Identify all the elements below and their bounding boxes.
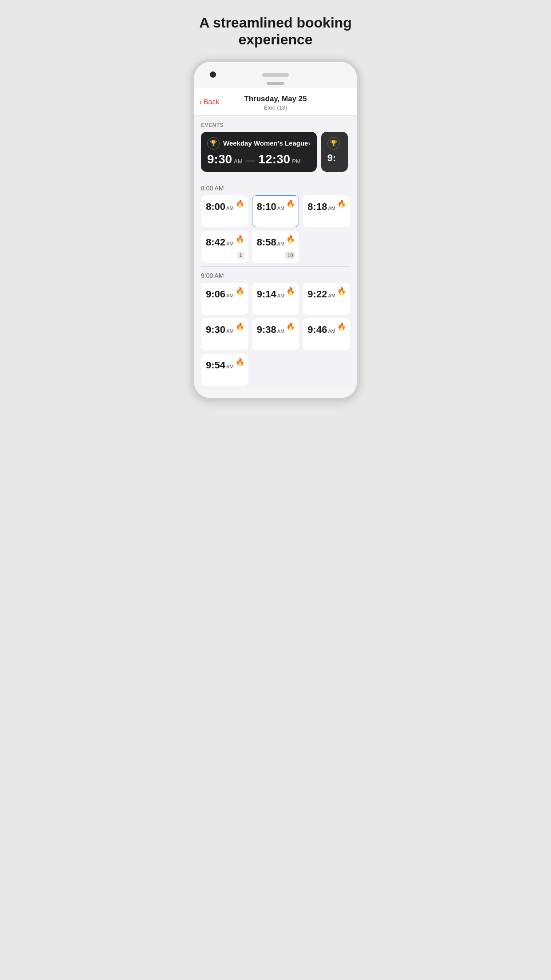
flame-icon: 🔥 xyxy=(337,199,346,208)
time-slot-selected[interactable]: 🔥 8:10AM xyxy=(252,195,299,227)
time-section-label-8am: 8:00 AM xyxy=(194,179,357,195)
app-header: ‹ Back Thrusday, May 25 Blue (18) xyxy=(194,88,357,116)
slot-ampm: AM xyxy=(226,241,234,246)
slot-time: 8:42 xyxy=(206,237,225,248)
event-name: Weekday Women's League xyxy=(223,139,308,147)
slot-ampm: AM xyxy=(277,293,285,298)
slot-time: 9:30 xyxy=(206,324,225,335)
speaker-icon xyxy=(262,73,289,77)
phone-bottom xyxy=(194,389,357,398)
slot-ampm: AM xyxy=(226,205,234,211)
trophy-icon: 🏆 xyxy=(207,137,220,150)
back-label: Back xyxy=(204,98,220,106)
event-time-dash: — xyxy=(246,155,255,166)
slot-ampm: AM xyxy=(328,205,335,211)
time-slot[interactable]: 🔥 9:46AM xyxy=(303,318,350,350)
event-start-time: 9:30 xyxy=(207,152,232,166)
trophy-icon-partial: 🏆 xyxy=(327,137,340,150)
time-section-label-9am: 9:00 AM xyxy=(194,267,357,283)
slot-ampm: AM xyxy=(277,328,285,334)
flame-icon: 🔥 xyxy=(236,235,244,243)
phone-frame: ‹ Back Thrusday, May 25 Blue (18) EVENTS… xyxy=(191,59,360,401)
time-slot[interactable]: 🔥 8:58AM 10 xyxy=(252,231,299,263)
time-slot[interactable]: 🔥 8:18AM xyxy=(303,195,350,227)
events-section-label: EVENTS xyxy=(194,116,357,132)
event-end-time: 12:30 xyxy=(259,152,291,166)
title-line1: A streamlined booking xyxy=(199,15,352,31)
flame-icon: 🔥 xyxy=(286,287,295,295)
time-section-8am: 8:00 AM 🔥 8:00AM 🔥 8:10AM xyxy=(194,179,357,266)
flame-icon: 🔥 xyxy=(236,287,244,295)
slot-ampm: AM xyxy=(226,293,234,298)
header-subtitle: Blue (18) xyxy=(201,104,350,111)
time-slot[interactable]: 🔥 9:38AM xyxy=(252,318,299,350)
power-button xyxy=(359,115,360,142)
event-card-partial[interactable]: 🏆 9: xyxy=(321,132,348,172)
flame-icon: 🔥 xyxy=(236,358,244,366)
slot-ampm: AM xyxy=(328,328,335,334)
volume-down-button xyxy=(191,126,192,140)
event-start-ampm: AM xyxy=(234,158,243,165)
flame-icon: 🔥 xyxy=(236,199,244,208)
slot-badge: 10 xyxy=(285,252,295,259)
slot-time: 9:06 xyxy=(206,288,225,300)
chevron-right-icon: › xyxy=(308,139,310,147)
slot-time: 9:54 xyxy=(206,360,225,371)
slot-time: 8:00 xyxy=(206,201,225,212)
slot-time: 8:10 xyxy=(257,201,276,212)
flame-icon: 🔥 xyxy=(286,199,295,208)
time-slot[interactable]: 🔥 9:22AM xyxy=(303,283,350,315)
time-slot[interactable]: 🔥 9:14AM xyxy=(252,283,299,315)
flame-icon: 🔥 xyxy=(337,287,346,295)
phone-top xyxy=(194,62,357,88)
event-card[interactable]: 🏆 Weekday Women's League › 9:30 AM — 12:… xyxy=(201,132,317,172)
slot-time: 9:46 xyxy=(307,324,327,335)
time-slot[interactable]: 🔥 8:42AM 1 xyxy=(201,231,248,263)
home-indicator xyxy=(267,82,284,85)
page-title-block: A streamlined booking experience xyxy=(189,0,362,59)
slots-grid-9am: 🔥 9:06AM 🔥 9:14AM 🔥 9:22AM xyxy=(194,283,357,389)
time-slot[interactable]: 🔥 9:30AM xyxy=(201,318,248,350)
slot-ampm: AM xyxy=(277,241,285,246)
time-slot[interactable]: 🔥 9:54AM xyxy=(201,354,248,386)
flame-icon: 🔥 xyxy=(236,322,244,331)
slot-badge: 1 xyxy=(237,252,244,259)
event-partial-time: 9: xyxy=(327,152,336,164)
flame-icon: 🔥 xyxy=(286,235,295,243)
slot-time: 9:38 xyxy=(257,324,276,335)
slot-ampm: AM xyxy=(277,205,285,211)
volume-up-button xyxy=(191,106,192,120)
camera-icon xyxy=(210,71,216,78)
slot-ampm: AM xyxy=(226,364,234,369)
time-slot[interactable]: 🔥 8:00AM xyxy=(201,195,248,227)
slot-time: 9:22 xyxy=(307,288,327,300)
back-chevron-icon: ‹ xyxy=(199,97,202,107)
flame-icon: 🔥 xyxy=(286,322,295,331)
time-slot[interactable]: 🔥 9:06AM xyxy=(201,283,248,315)
slot-ampm: AM xyxy=(226,328,234,334)
events-scroll: 🏆 Weekday Women's League › 9:30 AM — 12:… xyxy=(194,132,357,179)
slots-grid-8am: 🔥 8:00AM 🔥 8:10AM 🔥 8:18AM xyxy=(194,195,357,266)
slot-time: 8:18 xyxy=(307,201,327,212)
slot-ampm: AM xyxy=(328,293,335,298)
header-title: Thrusday, May 25 xyxy=(201,95,350,103)
slot-time: 9:14 xyxy=(257,288,276,300)
title-line2: experience xyxy=(238,32,312,47)
time-section-9am: 9:00 AM 🔥 9:06AM 🔥 9:14AM xyxy=(194,267,357,389)
event-end-ampm: PM xyxy=(292,158,301,165)
back-button[interactable]: ‹ Back xyxy=(199,97,219,107)
flame-icon: 🔥 xyxy=(337,322,346,331)
slot-time: 8:58 xyxy=(257,237,276,248)
app-screen: ‹ Back Thrusday, May 25 Blue (18) EVENTS… xyxy=(194,88,357,389)
